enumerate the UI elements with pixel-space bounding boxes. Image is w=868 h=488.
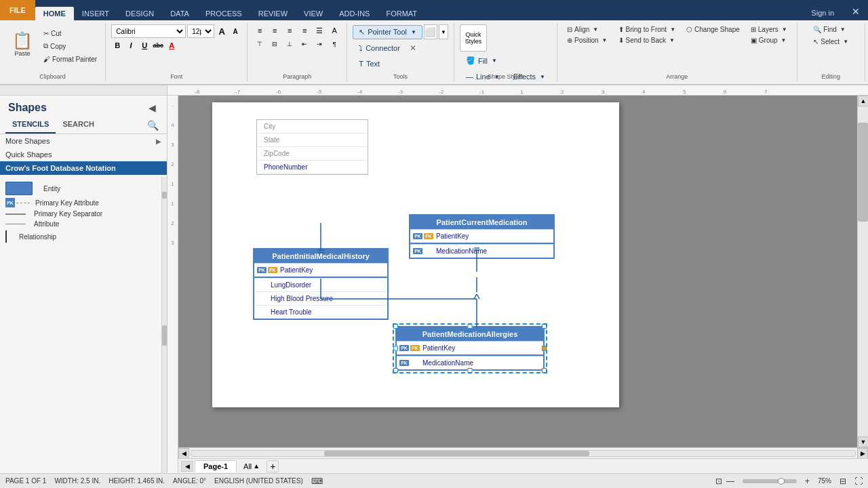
- search-icon-button[interactable]: 🔍: [144, 117, 161, 134]
- home-tab[interactable]: HOME: [35, 7, 74, 20]
- align-left-button[interactable]: ≡: [253, 24, 267, 37]
- selection-handle-tr: [542, 324, 547, 329]
- strikethrough-button[interactable]: abc: [152, 39, 164, 52]
- addins-tab[interactable]: ADD-INS: [331, 7, 378, 20]
- indent-increase-button[interactable]: ⇥: [313, 38, 326, 50]
- paragraph-settings-button[interactable]: ¶: [328, 38, 341, 50]
- text-tool-button[interactable]: T Text: [353, 57, 386, 70]
- zoom-slider-thumb[interactable]: [778, 478, 785, 485]
- layers-button[interactable]: ⊞ Layers ▼: [747, 24, 791, 35]
- entity-legend-label: Entity: [43, 185, 60, 192]
- select-button[interactable]: ↖ Select ▼: [809, 37, 852, 47]
- address-field-phone: PhoneNumber: [257, 161, 368, 174]
- indent-decrease-button[interactable]: ⇤: [298, 38, 311, 50]
- shape-select-button[interactable]: ⬜: [424, 24, 437, 39]
- valign-top-button[interactable]: ⊤: [253, 38, 267, 50]
- vscroll-track[interactable]: [858, 106, 868, 436]
- canvas-hscroll[interactable]: ◀ ▶: [178, 447, 868, 458]
- align-right-button[interactable]: ≡: [283, 24, 296, 37]
- full-screen-button[interactable]: ⛶: [854, 476, 863, 486]
- close-window-button[interactable]: ✕: [844, 3, 868, 20]
- vscroll-thumb[interactable]: [858, 123, 868, 222]
- shape-select-dropdown-button[interactable]: ▼: [439, 24, 448, 39]
- hscroll-thumb[interactable]: [324, 451, 590, 456]
- valign-bot-button[interactable]: ⊥: [283, 38, 296, 50]
- quick-shapes-section[interactable]: Quick Shapes: [0, 148, 167, 161]
- connector-button[interactable]: ⤵ Connector: [353, 41, 406, 55]
- design-tab[interactable]: DESIGN: [117, 7, 162, 20]
- format-painter-button[interactable]: 🖌 Format Painter: [41, 53, 100, 65]
- patient-initial-table[interactable]: PatientInitialMedicalHistory PK FK Patie…: [253, 248, 389, 320]
- valign-mid-button[interactable]: ⊟: [268, 38, 281, 50]
- bullets-button[interactable]: ☰: [313, 24, 326, 37]
- position-button[interactable]: ⊕ Position ▼: [563, 35, 612, 45]
- connector-close-button[interactable]: ✕: [408, 43, 418, 54]
- view-options-icons: ⊡ —: [715, 476, 734, 486]
- justify-button[interactable]: ≡: [298, 24, 311, 37]
- insert-tab[interactable]: INSERT: [74, 7, 117, 20]
- font-size-select[interactable]: 12pt.: [187, 24, 214, 38]
- copy-button[interactable]: ⧉ Copy: [41, 40, 100, 52]
- font-family-select[interactable]: Calibri: [111, 24, 186, 38]
- patient-current-med-table[interactable]: PatientCurrentMedication PK FK PatientKe…: [409, 214, 555, 259]
- page-prev-button[interactable]: ◀: [181, 461, 193, 472]
- fill-button[interactable]: 🪣 Fill ▼: [460, 54, 503, 68]
- search-tab[interactable]: SEARCH: [56, 117, 100, 134]
- hscroll-right-arrow[interactable]: ▶: [857, 448, 868, 459]
- format-tab[interactable]: FORMAT: [378, 7, 425, 20]
- crows-foot-section[interactable]: Crow's Foot Database Notation: [0, 161, 167, 175]
- change-shape-button[interactable]: ⬡ Change Shape: [682, 24, 744, 35]
- fill-icon: 🪣: [466, 56, 475, 65]
- show-all-button[interactable]: All ▲: [238, 461, 265, 472]
- add-page-button[interactable]: +: [267, 460, 279, 472]
- pointer-icon: ↖: [359, 28, 365, 37]
- review-tab[interactable]: REVIEW: [250, 7, 296, 20]
- pointer-tool-button[interactable]: ↖ Pointer Tool ▼: [353, 25, 422, 39]
- align-center-button[interactable]: ≡: [268, 24, 281, 37]
- zoom-in-icon[interactable]: +: [805, 476, 810, 486]
- vscroll-up-arrow[interactable]: ▲: [858, 96, 868, 106]
- quick-styles-button[interactable]: Quick Styles: [460, 24, 487, 52]
- sidebar-collapse-button[interactable]: ◀: [145, 101, 159, 115]
- data-tab[interactable]: DATA: [162, 7, 197, 20]
- paste-button[interactable]: 📋 Paste: [5, 24, 39, 64]
- bring-to-front-button[interactable]: ⬆ Bring to Front ▼: [614, 24, 680, 35]
- fit-width-button[interactable]: ⊟: [840, 476, 846, 486]
- sign-in-button[interactable]: Sign in: [802, 5, 844, 20]
- zoom-out-icon[interactable]: —: [726, 476, 734, 486]
- align-button[interactable]: ⊟ Align ▼: [563, 24, 612, 35]
- find-button[interactable]: 🔍 Find ▼: [809, 24, 849, 35]
- fit-page-icon[interactable]: ⊡: [715, 476, 722, 486]
- position-icon: ⊕: [567, 37, 572, 44]
- stencils-tab[interactable]: STENCILS: [5, 117, 56, 134]
- hscroll-track[interactable]: [191, 450, 856, 457]
- decrease-font-button[interactable]: A: [229, 25, 241, 37]
- patient-med-allergies-table[interactable]: PatientMedicationAllergies PK FK Patient…: [395, 326, 545, 371]
- zoom-slider-container[interactable]: [743, 479, 797, 483]
- process-tab[interactable]: PROCESS: [197, 7, 250, 20]
- file-tab[interactable]: FILE: [0, 0, 35, 20]
- italic-button[interactable]: I: [125, 39, 137, 52]
- more-shapes-section[interactable]: More Shapes ▶: [0, 134, 167, 148]
- send-to-back-button[interactable]: ⬇ Send to Back ▼: [614, 35, 680, 45]
- selection-handle-bc: [468, 368, 473, 373]
- page-tabs-bar: ◀ Page-1 All ▲ +: [178, 458, 868, 473]
- cut-button[interactable]: ✂ Cut: [41, 27, 100, 39]
- font-color-button[interactable]: A: [165, 39, 178, 52]
- canvas-vscroll[interactable]: ▲ ▼: [857, 96, 868, 447]
- hscroll-left-arrow[interactable]: ◀: [178, 448, 189, 459]
- page-tab-1[interactable]: Page-1: [195, 460, 237, 472]
- bold-button[interactable]: B: [111, 39, 123, 52]
- underline-button[interactable]: U: [138, 39, 151, 52]
- layers-icon: ⊞: [751, 26, 756, 33]
- patient-current-med-row-1: PK MedicationName: [410, 244, 553, 258]
- vscroll-down-arrow[interactable]: ▼: [858, 436, 868, 447]
- paragraph-btn2[interactable]: A: [328, 24, 341, 37]
- increase-font-button[interactable]: A: [216, 25, 228, 37]
- view-tab[interactable]: VIEW: [296, 7, 331, 20]
- sidebar-scrollbar[interactable]: [161, 177, 167, 473]
- address-table[interactable]: City State ZipCode PhoneNumber: [256, 119, 368, 175]
- format-painter-icon: 🖌: [43, 56, 50, 63]
- patient-current-med-header: PatientCurrentMedication: [410, 216, 553, 229]
- group-button[interactable]: ▣ Group ▼: [747, 35, 791, 45]
